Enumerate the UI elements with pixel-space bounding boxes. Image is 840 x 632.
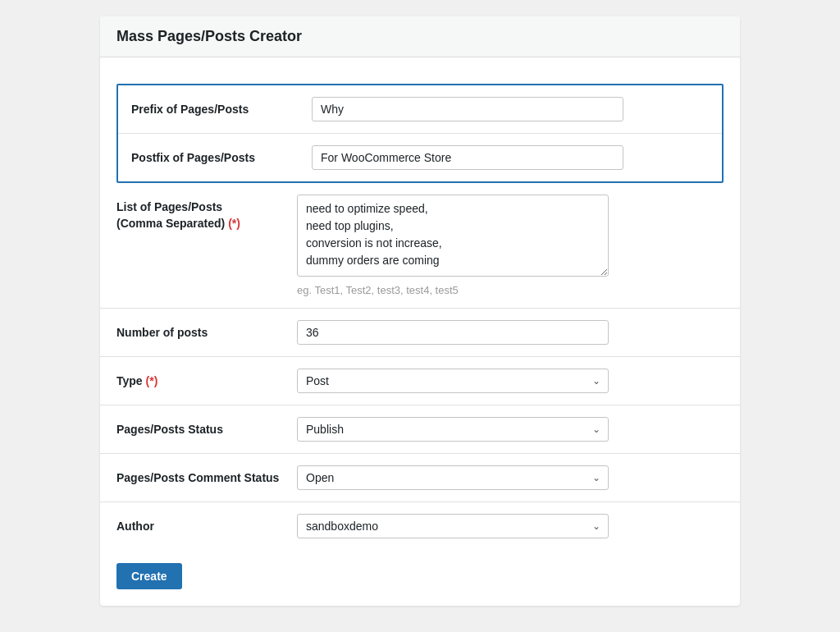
postfix-input-col bbox=[312, 145, 709, 170]
main-card: Mass Pages/Posts Creator Prefix of Pages… bbox=[100, 16, 740, 606]
postfix-row: Postfix of Pages/Posts bbox=[118, 134, 722, 181]
type-row: Type (*) Post Page ⌄ bbox=[100, 357, 740, 405]
list-input-col: need to optimize speed, need top plugins… bbox=[297, 195, 724, 296]
postfix-input[interactable] bbox=[312, 145, 623, 170]
comment-input-col: Open Closed ⌄ bbox=[297, 465, 724, 490]
author-label: Author bbox=[116, 514, 297, 535]
number-label: Number of posts bbox=[116, 320, 297, 341]
number-input[interactable] bbox=[297, 320, 609, 345]
highlighted-section: Prefix of Pages/Posts Postfix of Pages/P… bbox=[116, 84, 724, 183]
list-row: List of Pages/Posts (Comma Separated) (*… bbox=[100, 183, 740, 309]
prefix-label: Prefix of Pages/Posts bbox=[131, 97, 312, 118]
list-required: (*) bbox=[228, 217, 240, 230]
postfix-label: Postfix of Pages/Posts bbox=[131, 145, 312, 167]
list-label: List of Pages/Posts (Comma Separated) (*… bbox=[116, 195, 297, 231]
page-title: Mass Pages/Posts Creator bbox=[116, 28, 724, 45]
type-select[interactable]: Post Page bbox=[297, 369, 609, 393]
prefix-row: Prefix of Pages/Posts bbox=[118, 85, 722, 134]
prefix-input[interactable] bbox=[312, 97, 623, 121]
card-header: Mass Pages/Posts Creator bbox=[100, 16, 740, 57]
status-row: Pages/Posts Status Publish Draft Pending… bbox=[100, 405, 740, 454]
type-label: Type (*) bbox=[116, 369, 297, 390]
number-input-col bbox=[297, 320, 724, 345]
type-required: (*) bbox=[146, 374, 158, 387]
comment-select-wrapper: Open Closed ⌄ bbox=[297, 465, 609, 490]
status-input-col: Publish Draft Pending ⌄ bbox=[297, 417, 724, 442]
comment-label: Pages/Posts Comment Status bbox=[116, 465, 297, 487]
status-select[interactable]: Publish Draft Pending bbox=[297, 417, 609, 442]
type-select-wrapper: Post Page ⌄ bbox=[297, 369, 609, 393]
list-hint: eg. Test1, Test2, test3, test4, test5 bbox=[297, 284, 724, 296]
card-footer: Create bbox=[100, 550, 740, 606]
comment-select[interactable]: Open Closed bbox=[297, 465, 609, 490]
author-input-col: sandboxdemo ⌄ bbox=[297, 514, 724, 538]
prefix-input-col bbox=[312, 97, 709, 121]
card-body: Prefix of Pages/Posts Postfix of Pages/P… bbox=[100, 57, 740, 550]
number-row: Number of posts bbox=[100, 309, 740, 357]
create-button[interactable]: Create bbox=[116, 563, 182, 589]
list-textarea[interactable]: need to optimize speed, need top plugins… bbox=[297, 195, 609, 277]
status-label: Pages/Posts Status bbox=[116, 417, 297, 438]
author-row: Author sandboxdemo ⌄ bbox=[100, 502, 740, 550]
author-select[interactable]: sandboxdemo bbox=[297, 514, 609, 538]
comment-row: Pages/Posts Comment Status Open Closed ⌄ bbox=[100, 454, 740, 502]
author-select-wrapper: sandboxdemo ⌄ bbox=[297, 514, 609, 538]
status-select-wrapper: Publish Draft Pending ⌄ bbox=[297, 417, 609, 442]
type-input-col: Post Page ⌄ bbox=[297, 369, 724, 393]
